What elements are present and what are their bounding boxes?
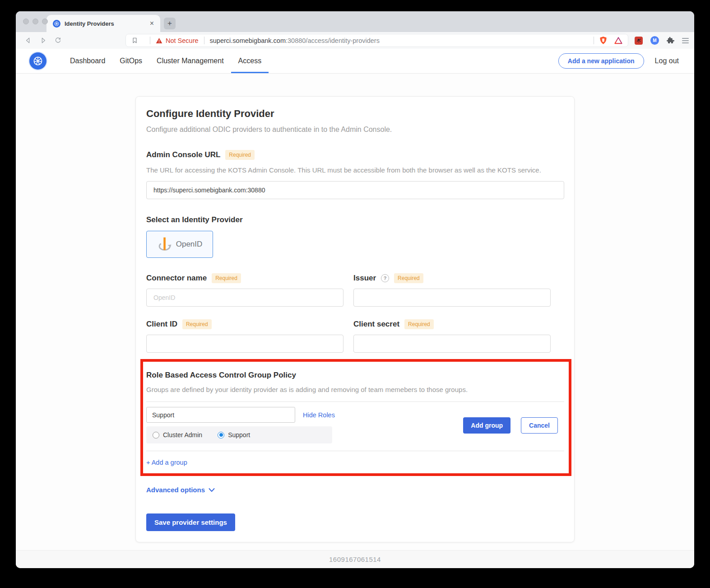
nav-items: Dashboard GitOps Cluster Management Acce… [63,49,269,73]
openid-provider-option[interactable]: OpenID [146,231,213,258]
new-tab-button[interactable]: + [164,18,176,29]
rbac-section-title: Role Based Access Control Group Policy [146,371,564,380]
tab-strip: Identity Providers × + [16,11,694,32]
nav-item-cluster-management[interactable]: Cluster Management [149,49,231,73]
radio-checked-icon[interactable] [218,432,224,439]
tab-favicon-icon [53,20,60,28]
extension-icon[interactable] [635,37,643,45]
minimize-window-icon[interactable] [32,19,38,24]
page-subtitle: Configure additional ODIC providers to a… [146,126,564,134]
divider [594,37,594,44]
not-secure-badge[interactable]: Not Secure [156,37,199,44]
add-group-button[interactable]: Add group [463,417,510,434]
divider [204,37,204,44]
logout-link[interactable]: Log out [655,57,679,65]
client-secret-label: Client secret [353,320,399,329]
required-badge: Required [394,273,423,283]
openid-logo-icon [157,236,172,253]
required-badge: Required [182,319,212,329]
connector-name-label: Connector name [146,274,207,283]
maximize-window-icon[interactable] [42,19,48,24]
admin-console-url-label: Admin Console URL [146,150,220,159]
add-new-application-button[interactable]: Add a new application [558,53,644,69]
page-footer: 1609167061514 [16,550,694,568]
divider [146,401,564,402]
profile-avatar[interactable]: M [650,36,659,45]
nav-item-dashboard[interactable]: Dashboard [63,49,112,73]
app-navbar: Dashboard GitOps Cluster Management Acce… [16,49,694,74]
role-option-cluster-admin[interactable]: Cluster Admin [153,431,202,439]
back-button[interactable] [23,36,33,46]
browser-tab[interactable]: Identity Providers × [46,15,160,32]
page-title: Configure Identity Provider [146,108,564,120]
issuer-label: Issuer [353,274,376,283]
required-badge: Required [212,273,241,283]
required-badge: Required [404,319,434,329]
forward-button[interactable] [38,36,48,46]
nav-item-access[interactable]: Access [231,49,269,73]
reload-button[interactable] [53,36,63,46]
role-option-support[interactable]: Support [218,431,250,439]
connector-name-input[interactable] [146,289,343,307]
divider [146,451,564,451]
footer-timestamp: 1609167061514 [329,555,381,563]
browser-toolbar: Not Secure superci.somebigbank.com:30880… [16,32,694,49]
rbac-section-description: Groups are defined by your identity prov… [146,386,564,393]
menu-icon[interactable] [682,38,689,43]
divider [150,37,150,44]
radio-unchecked-icon[interactable] [153,432,159,439]
rbac-highlight-annotation: Role Based Access Control Group Policy G… [140,359,571,476]
client-secret-input[interactable] [353,335,551,353]
client-id-label: Client ID [146,320,177,329]
save-provider-settings-button[interactable]: Save provider settings [146,513,235,531]
url-text: superci.somebigbank.com:30880/access/ide… [210,37,380,44]
cancel-button[interactable]: Cancel [521,417,558,434]
close-window-icon[interactable] [23,19,29,24]
not-secure-label: Not Secure [166,37,199,44]
configure-identity-provider-card: Configure Identity Provider Configure ad… [135,96,575,542]
page-content: Configure Identity Provider Configure ad… [16,74,694,550]
admin-console-url-input[interactable] [146,181,564,199]
select-identity-provider-label: Select an Identity Provider [146,215,243,224]
warning-triangle-icon [156,37,162,44]
window-controls[interactable] [23,19,48,24]
kubernetes-logo-icon [29,52,46,70]
brave-shield-icon[interactable] [599,36,607,45]
bat-triangle-icon[interactable] [614,37,622,44]
bookmark-icon[interactable] [131,37,138,44]
tab-title: Identity Providers [65,20,148,27]
role-options: Cluster Admin Support [146,426,332,443]
browser-window: Identity Providers × + [16,11,694,568]
close-tab-icon[interactable]: × [148,19,156,28]
address-bar[interactable]: Not Secure superci.somebigbank.com:30880… [125,34,628,47]
help-question-icon[interactable]: ? [381,274,389,282]
extensions-puzzle-icon[interactable] [667,37,674,44]
openid-option-label: OpenID [176,240,203,249]
required-badge: Required [225,150,255,160]
hide-roles-link[interactable]: Hide Roles [303,411,335,419]
client-id-input[interactable] [146,335,343,353]
issuer-input[interactable] [353,289,551,307]
add-a-group-link[interactable]: + Add a group [146,459,564,466]
admin-console-url-help: The URL for accessing the KOTS Admin Con… [146,166,564,174]
advanced-options-toggle[interactable]: Advanced options [146,486,564,494]
chevron-down-icon [209,488,215,492]
nav-item-gitops[interactable]: GitOps [112,49,149,73]
group-name-input[interactable] [146,407,295,423]
